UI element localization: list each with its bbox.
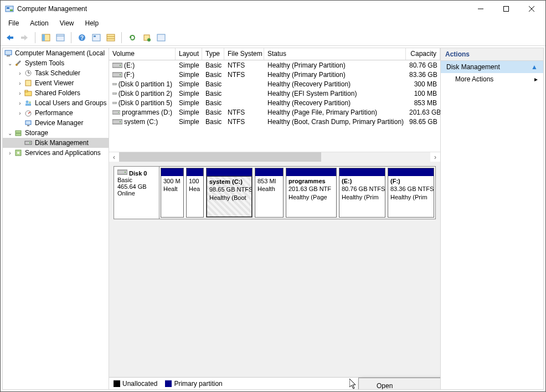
list-view-button[interactable]: [105, 32, 117, 44]
partition-info: 300 MHealt: [161, 176, 183, 217]
performance-icon: [24, 109, 33, 117]
collapse-icon[interactable]: ▲: [531, 63, 538, 71]
col-status[interactable]: Status: [264, 48, 406, 60]
chevron-right-icon[interactable]: ›: [16, 110, 24, 116]
tree-storage[interactable]: ⌄Storage: [3, 128, 109, 138]
tree-task-scheduler[interactable]: ›Task Scheduler: [3, 68, 109, 78]
scroll-track[interactable]: [119, 152, 430, 162]
volume-type: Basic: [202, 80, 224, 88]
col-capacity[interactable]: Capacity: [406, 48, 440, 60]
svg-point-51: [120, 74, 121, 75]
chevron-right-icon[interactable]: ›: [16, 80, 24, 86]
partition-header: [286, 168, 336, 176]
disk-row[interactable]: Disk 0 Basic 465.64 GB Online 300 MHealt…: [114, 166, 436, 219]
volume-row[interactable]: (Disk 0 partition 5)SimpleBasicHealthy (…: [109, 98, 440, 107]
clock-icon: [24, 69, 33, 78]
partition-block[interactable]: 300 MHealt: [161, 168, 184, 218]
tree-root[interactable]: Computer Management (Local: [3, 48, 109, 58]
volume-name: (E:): [124, 61, 135, 69]
tree-local-users[interactable]: ›Local Users and Groups: [3, 98, 109, 108]
volume-row[interactable]: (Disk 0 partition 2)SimpleBasicHealthy (…: [109, 89, 440, 98]
chevron-down-icon[interactable]: ⌄: [6, 130, 14, 136]
svg-rect-62: [117, 170, 127, 174]
navigation-tree[interactable]: Computer Management (Local ⌄ System Tool…: [3, 48, 109, 389]
tree-shared-folders[interactable]: ›Shared Folders: [3, 88, 109, 98]
partition-header: [339, 168, 385, 176]
svg-point-53: [116, 84, 116, 84]
detach-button[interactable]: [155, 32, 167, 44]
scroll-left-icon[interactable]: ‹: [109, 152, 119, 162]
maximize-button[interactable]: [493, 1, 519, 17]
horizontal-scrollbar[interactable]: ‹ ›: [109, 152, 440, 162]
tree-system-tools[interactable]: ⌄ System Tools: [3, 58, 109, 68]
refresh-button[interactable]: [126, 32, 138, 44]
event-icon: [24, 79, 33, 87]
partition-block[interactable]: 853 MIHealth: [255, 168, 284, 218]
volume-row[interactable]: (E:)SimpleBasicNTFSHealthy (Primary Part…: [109, 60, 440, 70]
action-disk-management[interactable]: Disk Management ▲: [441, 61, 543, 73]
settings-view-button[interactable]: [90, 32, 102, 44]
menu-help[interactable]: Help: [81, 18, 104, 28]
volume-layout: Simple: [176, 109, 202, 116]
rescan-button[interactable]: [141, 32, 153, 44]
show-hide-tree-button[interactable]: [40, 32, 52, 44]
tree-services-apps[interactable]: ›Services and Applications: [3, 148, 109, 158]
volume-name: (Disk 0 partition 1): [119, 80, 172, 88]
tree-root-label: Computer Management (Local: [15, 49, 105, 57]
action-more-actions[interactable]: More Actions ▸: [441, 73, 543, 85]
col-layout[interactable]: Layout: [176, 48, 202, 60]
action-label: More Actions: [455, 75, 493, 83]
scroll-right-icon[interactable]: ›: [430, 152, 440, 162]
svg-rect-26: [5, 50, 12, 55]
col-type[interactable]: Type: [202, 48, 224, 60]
actions-pane: Actions Disk Management ▲ More Actions ▸: [440, 48, 543, 389]
close-button[interactable]: [519, 1, 544, 17]
volume-row[interactable]: system (C:)SimpleBasicNTFSHealthy (Boot,…: [109, 117, 440, 126]
volume-type: Basic: [202, 99, 224, 107]
chevron-right-icon[interactable]: ›: [16, 70, 24, 76]
chevron-down-icon[interactable]: ⌄: [6, 60, 14, 66]
volume-row[interactable]: programmes (D:)SimpleBasicNTFSHealthy (P…: [109, 107, 440, 117]
volume-layout: Simple: [176, 61, 202, 69]
tree-performance[interactable]: ›Performance: [3, 108, 109, 118]
tree-label: Disk Management: [35, 139, 89, 147]
partition-block[interactable]: programmes201.63 GB NTFHealthy (Page: [286, 168, 337, 218]
volume-row[interactable]: (F:)SimpleBasicNTFSHealthy (Primary Part…: [109, 70, 440, 79]
partition-header: [187, 168, 203, 176]
disk-graphical-view: Disk 0 Basic 465.64 GB Online 300 MHealt…: [109, 162, 440, 389]
volume-list[interactable]: (E:)SimpleBasicNTFSHealthy (Primary Part…: [109, 60, 440, 152]
partition-header: [161, 168, 183, 176]
volume-status: Healthy (Primary Partition): [264, 71, 406, 79]
volume-layout: Simple: [176, 80, 202, 88]
help-button[interactable]: ?: [76, 32, 88, 44]
col-filesystem[interactable]: File System: [224, 48, 264, 60]
menu-item[interactable]: Open: [360, 379, 440, 389]
menu-view[interactable]: View: [55, 18, 79, 28]
partition-block[interactable]: 100Hea: [186, 168, 204, 218]
tree-event-viewer[interactable]: ›Event Viewer: [3, 78, 109, 88]
menu-action[interactable]: Action: [25, 18, 53, 28]
volume-icon: [112, 71, 122, 78]
properties-button[interactable]: [54, 32, 66, 44]
forward-button[interactable]: [18, 32, 30, 44]
back-button[interactable]: [4, 32, 16, 44]
menu-bar: File Action View Help: [1, 17, 545, 29]
minimize-button[interactable]: [468, 1, 493, 17]
volume-type: Basic: [202, 61, 224, 69]
partition-block[interactable]: (F:)83.36 GB NTFSHealthy (Prim: [388, 168, 434, 218]
svg-rect-13: [56, 34, 64, 41]
chevron-right-icon[interactable]: ›: [16, 100, 24, 106]
chevron-right-icon[interactable]: ›: [16, 90, 24, 96]
partition-info: system (C:)98.65 GB NTFSHealthy (Boot: [207, 176, 252, 217]
chevron-right-icon[interactable]: ›: [6, 150, 14, 156]
tree-disk-management[interactable]: Disk Management: [3, 138, 109, 148]
tree-device-manager[interactable]: Device Manager: [3, 118, 109, 128]
volume-row[interactable]: (Disk 0 partition 1)SimpleBasicHealthy (…: [109, 79, 440, 89]
partition-block[interactable]: system (C:)98.65 GB NTFSHealthy (Boot: [206, 168, 253, 218]
tree-label: Storage: [25, 129, 48, 137]
col-volume[interactable]: Volume: [109, 48, 176, 60]
partition-block[interactable]: (E:)80.76 GB NTFSHealthy (Prim: [339, 168, 385, 218]
svg-rect-58: [112, 110, 120, 114]
scroll-thumb[interactable]: [119, 152, 321, 162]
menu-file[interactable]: File: [4, 18, 23, 28]
